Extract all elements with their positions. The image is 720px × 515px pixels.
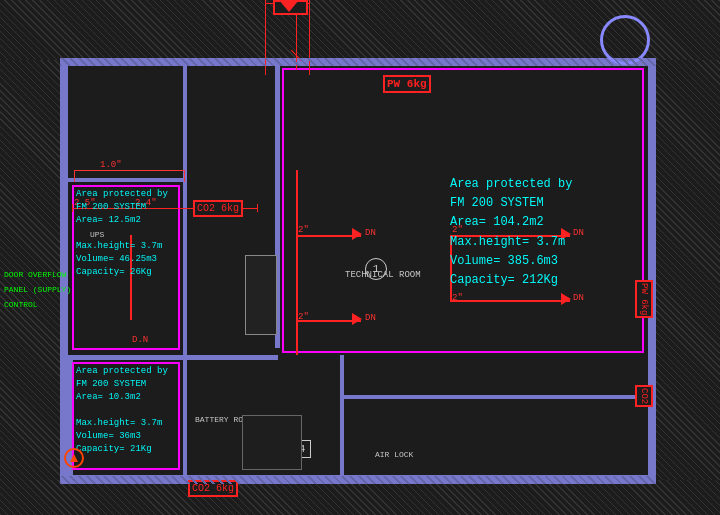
wall-v-inner-mid [183, 355, 187, 480]
dim-h-line1 [74, 170, 184, 171]
dn-label1: DN [365, 228, 376, 238]
arrow-right2 [352, 313, 362, 325]
wall-v-right-inner [340, 355, 344, 480]
dim-tick-l1 [74, 170, 75, 182]
pw-top-label: PW 6kg [383, 75, 431, 93]
dn-label3: DN [573, 228, 584, 238]
fire-detector-icon [64, 448, 84, 468]
arrow-right1 [352, 228, 362, 240]
room-number-1: 1 [365, 258, 387, 280]
wall-h-top-left [68, 178, 186, 182]
top-arrow-down [279, 0, 299, 12]
dim-2-label4: 2" [452, 293, 463, 303]
zone3-label: Area protected by FM 200 SYSTEM Area= 10… [450, 175, 572, 290]
dim-2-label1: 2" [298, 225, 309, 235]
zone2-label: Area protected by FM 200 SYSTEM Area= 10… [76, 365, 168, 456]
side-note-3: CONTROL [4, 300, 38, 309]
pipe-h-right4 [450, 300, 570, 302]
pipe-v-center [296, 170, 298, 355]
battery-equipment [242, 415, 302, 470]
wall-h-mid [68, 355, 278, 360]
floor-plan-canvas: 2" 2" 2" 2" DN DN DN DN 2.5" 2.4" PW 6kg… [0, 0, 720, 515]
side-note-1: DOOR OVERFLOW [4, 270, 66, 279]
wall-hatch-bot [60, 476, 656, 484]
ext-hatch-bottom [0, 480, 720, 515]
arrow-right4 [561, 293, 571, 305]
dim-tick-l2 [184, 170, 185, 182]
dim-1-label: 1.0" [100, 160, 122, 170]
pw-mid-label: PW 6kg [635, 280, 653, 318]
ups-label: UPS [90, 230, 104, 239]
wall-h-airlock [340, 395, 648, 399]
side-note-2: PANEL (SUPPLY) [4, 285, 71, 294]
dn-label-left1: D.N [132, 335, 148, 345]
wall-hatch-top [60, 58, 656, 66]
air-lock-label: AIR LOCK [375, 450, 413, 459]
dn-label2: DN [365, 313, 376, 323]
co2-right-label: CO2 [635, 385, 653, 407]
co2-mid-label: CO2 6kg [193, 200, 243, 217]
equipment-box [245, 255, 277, 335]
dim-2-label2: 2" [298, 312, 309, 322]
dn-label4: DN [573, 293, 584, 303]
ext-hatch-right [655, 60, 720, 480]
wall-right [648, 58, 656, 484]
tick2 [257, 204, 258, 212]
